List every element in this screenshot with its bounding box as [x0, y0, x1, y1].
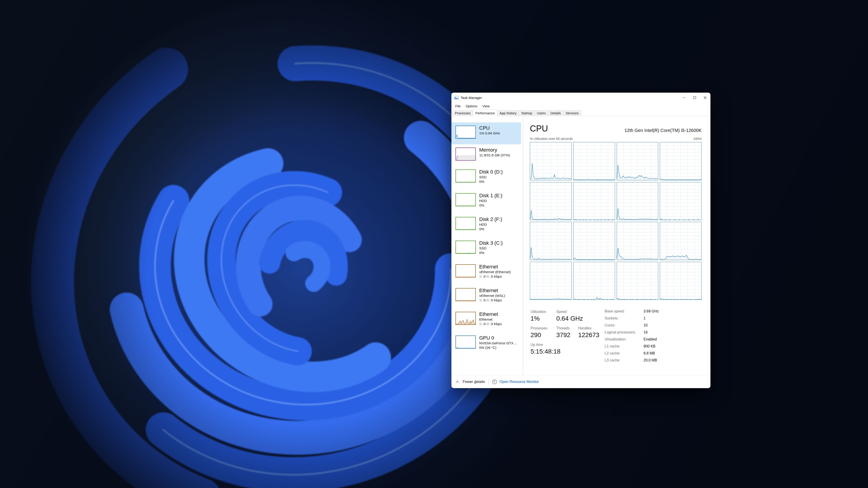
sidebar-item-detail: S: 0 R: 0 Kbps: [479, 322, 502, 326]
sidebar-item-title: GPU 0: [479, 335, 518, 341]
core-graph-10: [617, 222, 658, 260]
tab-processes[interactable]: Processes: [452, 110, 473, 116]
menubar: File Options View: [452, 103, 710, 109]
sidebar-item-detail: 11.9/31.8 GB (37%): [479, 153, 510, 158]
core-graph-6: [617, 182, 658, 220]
core-graph-8: [530, 222, 572, 260]
desktop-wallpaper: [0, 0, 868, 488]
task-manager-window: Task Manager File Options Vi: [452, 93, 710, 388]
sidebar-item-ethernet-1[interactable]: Ethernet vEthernet (Ethernet) S: 0 R: 0 …: [452, 261, 523, 285]
tab-startup[interactable]: Startup: [519, 110, 535, 116]
spec-label: Cores:: [604, 323, 644, 327]
core-graph-2: [617, 142, 658, 180]
sidebar-item-title: Disk 1 (E:): [479, 193, 502, 199]
sidebar-item-detail: Ethernet: [479, 317, 502, 322]
spec-row: Virtualization:Enabled: [604, 337, 659, 344]
task-manager-app-icon: [454, 96, 459, 99]
page-title: CPU: [530, 124, 548, 133]
spec-label: L1 cache:: [604, 344, 644, 348]
sidebar-item-detail: 0%: [479, 203, 502, 207]
tab-users[interactable]: Users: [534, 110, 548, 116]
tab-services[interactable]: Services: [563, 110, 581, 116]
sidebar-item-detail: 0%: [479, 227, 502, 231]
sidebar-item-ethernet-3[interactable]: Ethernet Ethernet S: 0 R: 0 Kbps: [452, 308, 523, 332]
spec-value: 8.8 MB: [644, 351, 655, 355]
tab-app-history[interactable]: App history: [497, 110, 519, 116]
sidebar-item-detail: 1% 0.64 GHz: [479, 131, 500, 135]
spec-row: Base speed:3.69 GHz: [604, 309, 659, 316]
minimize-button[interactable]: [679, 93, 689, 103]
sidebar-item-title: CPU: [479, 125, 500, 131]
gpu-mini-graph: [456, 335, 476, 349]
ethernet1-mini-graph: [456, 264, 476, 278]
core-graph-3: [660, 142, 702, 180]
spec-value: 3.69 GHz: [644, 309, 659, 313]
sidebar-item-detail: vEthernet (WSL): [479, 293, 505, 298]
maximize-button[interactable]: [689, 93, 700, 103]
spec-label: Virtualization:: [604, 337, 644, 341]
core-graph-5: [573, 182, 615, 220]
sidebar-item-cpu[interactable]: CPU 1% 0.64 GHz: [452, 123, 521, 144]
fewer-details-button[interactable]: Fewer details: [456, 380, 485, 384]
axis-label: % Utilization over 60 seconds: [530, 137, 573, 140]
sidebar-item-memory[interactable]: Memory 11.9/31.8 GB (37%): [452, 144, 523, 166]
spec-value: Enabled: [644, 337, 657, 341]
spec-value: 1: [644, 316, 646, 320]
tab-strip: Processes Performance App history Startu…: [452, 109, 710, 116]
menu-file[interactable]: File: [453, 103, 463, 109]
sidebar-item-title: Memory: [479, 147, 510, 153]
disk0-mini-graph: [456, 169, 476, 183]
sidebar-item-title: Ethernet: [479, 311, 502, 317]
spec-row: L1 cache:800 KB: [604, 344, 659, 351]
utilization-value: 1%: [530, 315, 556, 322]
performance-sidebar: CPU 1% 0.64 GHz Memory 11.9/31.8 GB (37%…: [452, 116, 523, 375]
sidebar-item-detail: 0%: [479, 251, 503, 255]
sidebar-item-gpu[interactable]: GPU 0 NVIDIA GeForce GTX ... 0% (26 °C): [452, 332, 523, 356]
cpu-spec-list: Base speed:3.69 GHzSockets:1Cores:10Logi…: [604, 309, 659, 365]
footer-divider: [488, 379, 489, 385]
sidebar-item-ethernet-2[interactable]: Ethernet vEthernet (WSL) S: 0 R: 0 Kbps: [452, 285, 523, 308]
sidebar-item-title: Ethernet: [479, 287, 505, 293]
menu-view[interactable]: View: [480, 103, 492, 109]
sidebar-item-detail: 0% (26 °C): [479, 346, 518, 350]
sidebar-item-disk1[interactable]: Disk 1 (E:) HDD 0%: [452, 190, 523, 214]
threads-value: 3792: [556, 331, 578, 339]
menu-options[interactable]: Options: [463, 103, 480, 109]
ethernet3-mini-graph: [456, 312, 476, 325]
sidebar-item-disk0[interactable]: Disk 0 (D:) SSD 0%: [452, 166, 523, 190]
sidebar-item-title: Disk 0 (D:): [479, 169, 503, 175]
core-graph-15: [660, 262, 702, 300]
sidebar-item-disk2[interactable]: Disk 2 (F:) HDD 0%: [452, 214, 523, 237]
sidebar-item-title: Disk 3 (C:): [479, 240, 503, 246]
sidebar-item-detail: S: 0 R: 0 Kbps: [479, 298, 505, 302]
resource-monitor-label: Open Resource Monitor: [499, 380, 539, 384]
spec-label: Logical processors:: [604, 330, 644, 334]
spec-row: L3 cache:20.0 MB: [604, 358, 659, 365]
ethernet2-mini-graph: [456, 288, 476, 301]
tab-details[interactable]: Details: [548, 110, 563, 116]
open-resource-monitor-link[interactable]: Open Resource Monitor: [492, 379, 539, 385]
core-graph-7: [660, 182, 702, 220]
core-graph-14: [617, 262, 658, 300]
sidebar-item-detail: SSD: [479, 175, 503, 180]
core-graph-4: [530, 182, 572, 220]
close-button[interactable]: [700, 93, 710, 103]
speed-value: 0.64 GHz: [556, 315, 583, 322]
fewer-details-label: Fewer details: [463, 380, 485, 384]
spec-value: 20.0 MB: [644, 358, 657, 362]
spec-label: L2 cache:: [604, 351, 644, 355]
sidebar-item-disk3[interactable]: Disk 3 (C:) SSD 0%: [452, 237, 523, 261]
cpu-model-name: 12th Gen Intel(R) Core(TM) i5-12600K: [625, 127, 702, 133]
window-title: Task Manager: [461, 96, 482, 100]
sidebar-item-title: Ethernet: [479, 264, 511, 270]
resource-monitor-gauge-icon: [492, 379, 497, 385]
stat-label: Processes: [530, 326, 556, 330]
tab-performance[interactable]: Performance: [473, 109, 497, 116]
sidebar-item-detail: NVIDIA GeForce GTX ...: [479, 341, 518, 346]
cpu-stats: Utilization 1% Speed 0.64 GHz Processes …: [530, 310, 702, 366]
core-graph-0: [530, 142, 572, 180]
disk1-mini-graph: [456, 193, 476, 206]
sidebar-item-detail: HDD: [479, 222, 502, 227]
titlebar[interactable]: Task Manager: [452, 93, 710, 103]
maximize-icon: [693, 96, 696, 99]
